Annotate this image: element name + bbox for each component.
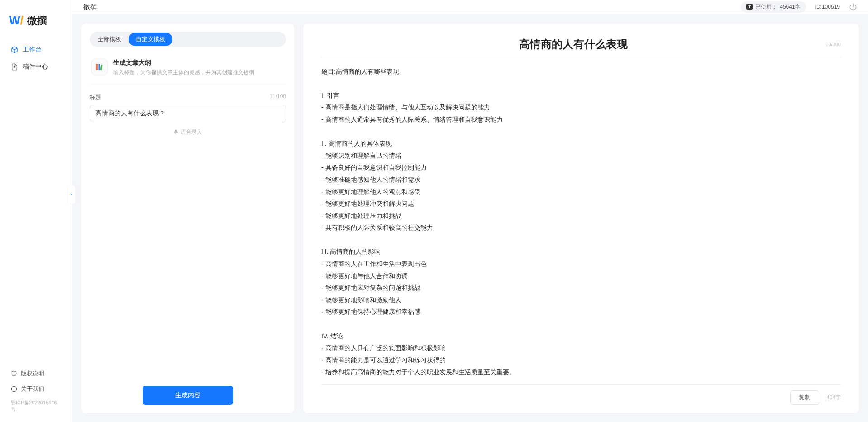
voice-input-button[interactable]: 语音录入 — [90, 128, 286, 136]
tab-all-templates[interactable]: 全部模板 — [91, 33, 129, 46]
logo-mark-icon: W/ — [9, 14, 24, 28]
power-icon[interactable] — [849, 3, 857, 11]
output-panel: 高情商的人有什么表现 10/100 题目:高情商的人有哪些表现 I. 引言 - … — [303, 24, 859, 413]
page-title: 微撰 — [83, 3, 97, 11]
footer-link-about[interactable]: 关于我们 — [11, 381, 61, 397]
sidebar-item-drafts[interactable]: 稿件中心 — [0, 58, 72, 76]
output-title-row: 高情商的人有什么表现 10/100 — [321, 37, 841, 57]
output-word-count: 404字 — [826, 394, 841, 402]
info-icon — [11, 386, 17, 392]
svg-rect-9 — [100, 64, 103, 70]
user-id-label: ID:100519 — [815, 4, 840, 10]
sidebar-item-label: 稿件中心 — [23, 63, 48, 71]
microphone-icon — [173, 129, 179, 135]
books-icon — [91, 59, 108, 75]
sidebar-footer: 版权说明 关于我们 鄂ICP备2022016946号 — [0, 366, 72, 413]
text-badge-icon: T — [746, 4, 753, 10]
output-title: 高情商的人有什么表现 — [321, 37, 825, 52]
sidebar-collapse-handle[interactable] — [68, 185, 75, 204]
title-field-counter: 11/100 — [269, 93, 286, 101]
sidebar-item-workspace[interactable]: 工作台 — [0, 41, 72, 58]
content-area: 全部模板 自定义模板 生成文章大纲 输入标题，为你提供文章主体的灵感，并为其创建… — [72, 14, 868, 422]
footer-link-copyright[interactable]: 版权说明 — [11, 366, 61, 381]
svg-rect-7 — [96, 64, 98, 70]
app-logo[interactable]: W/ 微撰 — [0, 9, 72, 41]
sidebar-nav: 工作台 稿件中心 — [0, 41, 72, 366]
document-icon — [11, 63, 18, 71]
svg-rect-8 — [99, 64, 100, 70]
topbar: 微撰 T 已使用： 45641字 ID:100519 — [72, 0, 868, 14]
usage-pill[interactable]: T 已使用： 45641字 — [741, 1, 806, 13]
template-card: 生成文章大纲 输入标题，为你提供文章主体的灵感，并为其创建推文提纲 — [90, 55, 286, 85]
title-field-label: 标题 — [90, 93, 101, 101]
copy-button[interactable]: 复制 — [790, 390, 819, 405]
icp-label: 鄂ICP备2022016946号 — [11, 399, 61, 413]
cube-icon — [11, 46, 18, 53]
output-footer: 复制 404字 — [321, 384, 841, 405]
generate-button[interactable]: 生成内容 — [143, 386, 233, 405]
logo-text: 微撰 — [27, 14, 47, 28]
sidebar-item-label: 工作台 — [23, 46, 42, 54]
main: 微撰 T 已使用： 45641字 ID:100519 全部模板 自定义模板 — [72, 0, 868, 422]
usage-prefix: 已使用： — [755, 3, 777, 11]
template-tabs: 全部模板 自定义模板 — [90, 32, 286, 47]
output-title-counter: 10/100 — [825, 42, 841, 47]
title-field-label-row: 标题 11/100 — [90, 93, 286, 101]
voice-input-label: 语音录入 — [181, 128, 202, 136]
shield-icon — [11, 370, 17, 377]
input-panel: 全部模板 自定义模板 生成文章大纲 输入标题，为你提供文章主体的灵感，并为其创建… — [81, 24, 294, 413]
usage-value: 45641字 — [780, 3, 800, 11]
template-desc: 输入标题，为你提供文章主体的灵感，并为其创建推文提纲 — [113, 69, 254, 76]
title-input[interactable] — [90, 105, 286, 122]
output-body[interactable]: 题目:高情商的人有哪些表现 I. 引言 - 高情商是指人们处理情绪、与他人互动以… — [321, 66, 841, 378]
tab-custom-templates[interactable]: 自定义模板 — [129, 33, 172, 46]
sidebar: W/ 微撰 工作台 稿件中心 版权说明 关于我们 鄂ICP备2022016946… — [0, 0, 72, 422]
chevron-left-icon — [69, 192, 74, 197]
template-title: 生成文章大纲 — [113, 59, 254, 67]
